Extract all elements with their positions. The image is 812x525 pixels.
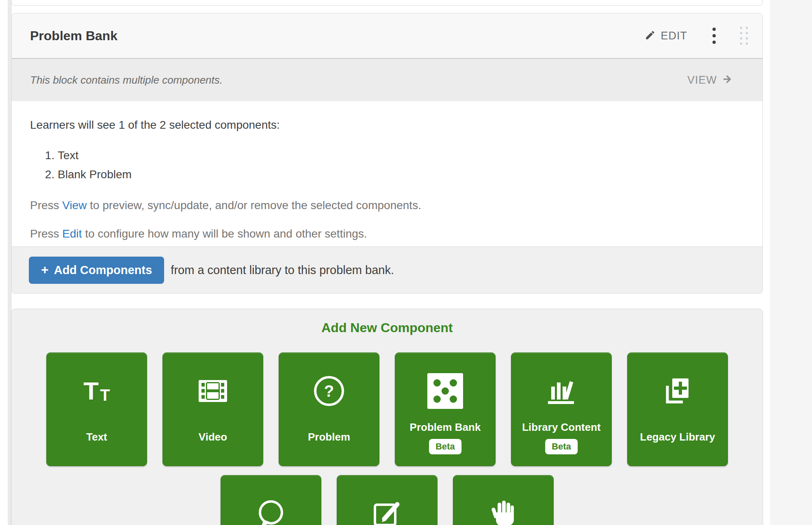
view-link[interactable]: View (62, 199, 87, 212)
question-circle-icon: ? (279, 371, 379, 411)
tile-label: Text (47, 431, 147, 443)
beta-badge: Beta (429, 439, 461, 454)
add-component-tile-open-response[interactable] (337, 475, 437, 525)
view-label: VIEW (687, 74, 717, 86)
card-header: Problem Bank EDIT (12, 13, 762, 58)
video-icon (163, 371, 263, 411)
studio-unit-page: Problem Bank EDIT This block contains mu… (0, 0, 812, 525)
press-view-pre: Press (30, 199, 62, 212)
edit-label: EDIT (660, 30, 687, 42)
edit-link[interactable]: Edit (62, 227, 82, 240)
tile-label: Library Content (511, 421, 611, 434)
dice-icon (395, 371, 495, 411)
intro-text: Learners will see 1 of the 2 selected co… (30, 118, 744, 132)
press-view-post: to preview, sync/update, and/or remove t… (87, 199, 421, 212)
add-component-tile-legacy-library[interactable]: Legacy Library (627, 352, 728, 466)
footer-caption: from a content library to this problem b… (171, 264, 394, 277)
discussion-icon (221, 493, 321, 525)
list-item: Blank Problem (58, 165, 744, 184)
press-view-text: Press View to preview, sync/update, and/… (30, 199, 744, 212)
edit-square-icon (337, 493, 437, 525)
list-item: Text (58, 146, 744, 165)
page-title: Problem Bank (30, 28, 117, 43)
tile-label: Video (163, 431, 263, 443)
add-component-tile-problem[interactable]: ? Problem (279, 352, 379, 466)
problem-bank-card: Problem Bank EDIT This block contains mu… (11, 13, 763, 294)
previous-block-card (11, 0, 763, 6)
view-button[interactable]: VIEW (687, 74, 734, 86)
add-components-button[interactable]: + Add Components (29, 257, 164, 284)
right-sidebar-edge (771, 0, 812, 525)
add-components-label: Add Components (54, 264, 152, 277)
press-edit-post: to configure how many will be shown and … (82, 227, 367, 240)
press-edit-text: Press Edit to configure how many will be… (30, 227, 744, 241)
component-tile-row-2 (12, 475, 762, 525)
library-shelf-icon (511, 371, 611, 411)
drag-handle-icon[interactable] (740, 27, 748, 45)
plus-icon: + (41, 263, 49, 276)
add-new-component-panel: Add New Component TT Text (11, 309, 763, 525)
card-body: Learners will see 1 of the 2 selected co… (12, 101, 762, 246)
press-edit-pre: Press (30, 227, 62, 240)
selected-components-list: Text Blank Problem (30, 146, 744, 184)
beta-badge: Beta (545, 439, 578, 454)
text-icon: TT (47, 371, 147, 411)
add-component-tile-problem-bank[interactable]: Problem Bank Beta (395, 352, 496, 466)
hand-icon (453, 493, 553, 525)
library-add-icon (628, 371, 728, 411)
add-component-tile-drag-and-drop[interactable] (453, 475, 554, 525)
add-component-tile-discussion[interactable] (221, 475, 321, 525)
tile-label: Legacy Library (628, 431, 728, 443)
arrow-right-icon (721, 74, 734, 86)
tile-label: Problem (279, 431, 379, 443)
kebab-menu-icon[interactable] (711, 26, 717, 45)
add-component-tile-video[interactable]: Video (162, 352, 263, 466)
panel-title: Add New Component (12, 320, 762, 335)
tile-label: Problem Bank (395, 421, 495, 434)
add-component-tile-library-content[interactable]: Library Content Beta (511, 352, 612, 466)
component-tile-row-1: TT Text (12, 352, 762, 466)
pencil-icon (645, 30, 656, 42)
message-bar: This block contains multiple components.… (12, 59, 762, 101)
edit-button[interactable]: EDIT (645, 30, 687, 42)
card-footer: + Add Components from a content library … (12, 246, 762, 293)
add-component-tile-text[interactable]: TT Text (46, 352, 147, 466)
block-message: This block contains multiple components. (30, 74, 223, 86)
